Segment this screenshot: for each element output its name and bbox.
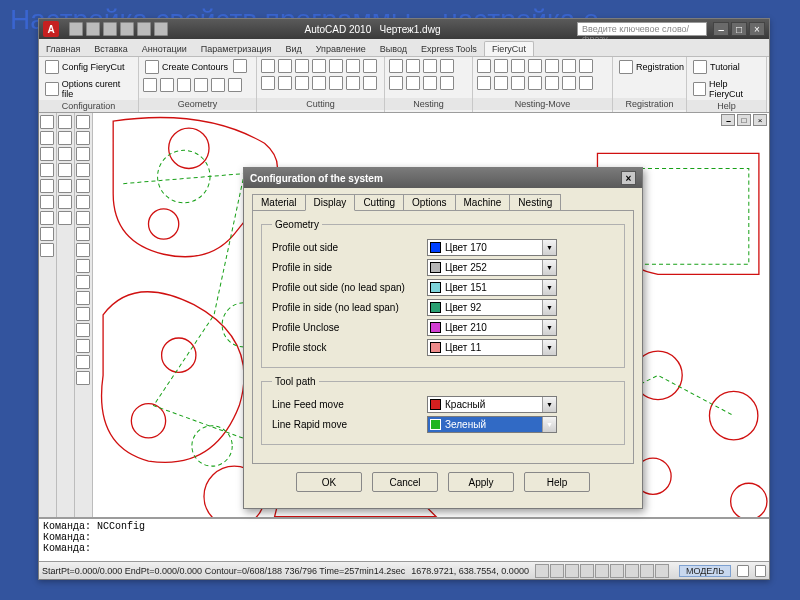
polar-icon[interactable] xyxy=(580,564,594,578)
tool-icon[interactable] xyxy=(76,131,90,145)
tab-display[interactable]: Display xyxy=(305,194,356,211)
cut-icon[interactable] xyxy=(363,59,377,73)
tool-icon[interactable] xyxy=(40,147,54,161)
tool-icon[interactable] xyxy=(76,259,90,273)
otrack-icon[interactable] xyxy=(610,564,624,578)
geom-icon[interactable] xyxy=(194,78,208,92)
tool-icon[interactable] xyxy=(58,195,72,209)
tool-icon[interactable] xyxy=(76,227,90,241)
tool-icon[interactable] xyxy=(76,147,90,161)
cancel-button[interactable]: Cancel xyxy=(372,472,438,492)
help-button[interactable]: Help xyxy=(524,472,590,492)
tab-insert[interactable]: Вставка xyxy=(87,42,134,56)
tab-express[interactable]: Express Tools xyxy=(414,42,484,56)
nest-icon[interactable] xyxy=(406,59,420,73)
tool-icon[interactable] xyxy=(58,131,72,145)
tab-parametric[interactable]: Параметризация xyxy=(194,42,279,56)
cut-icon[interactable] xyxy=(261,76,275,90)
cut-icon[interactable] xyxy=(295,76,309,90)
cut-icon[interactable] xyxy=(346,76,360,90)
move-icon[interactable] xyxy=(494,76,508,90)
color-combo[interactable]: Цвет 151▼ xyxy=(427,279,557,296)
dyn-icon[interactable] xyxy=(625,564,639,578)
tool-icon[interactable] xyxy=(76,243,90,257)
nest-icon[interactable] xyxy=(406,76,420,90)
tab-home[interactable]: Главная xyxy=(39,42,87,56)
qat-save-icon[interactable] xyxy=(103,22,117,36)
tutorial-button[interactable]: Tutorial xyxy=(691,59,742,75)
tool-icon[interactable] xyxy=(76,163,90,177)
tab-output[interactable]: Вывод xyxy=(373,42,414,56)
help-fierycut-button[interactable]: Help FieryCut xyxy=(691,78,762,100)
tab-nesting[interactable]: Nesting xyxy=(509,194,561,211)
tool-icon[interactable] xyxy=(40,227,54,241)
qat-redo-icon[interactable] xyxy=(137,22,151,36)
cut-icon[interactable] xyxy=(312,76,326,90)
qat-print-icon[interactable] xyxy=(154,22,168,36)
tool-icon[interactable] xyxy=(40,163,54,177)
tool-icon[interactable] xyxy=(76,195,90,209)
tool-icon[interactable] xyxy=(76,275,90,289)
nest-icon[interactable] xyxy=(423,76,437,90)
lwt-icon[interactable] xyxy=(640,564,654,578)
chevron-down-icon[interactable]: ▼ xyxy=(542,397,556,412)
nest-icon[interactable] xyxy=(440,59,454,73)
qp-icon[interactable] xyxy=(655,564,669,578)
chevron-down-icon[interactable]: ▼ xyxy=(542,320,556,335)
tab-manage[interactable]: Управление xyxy=(309,42,373,56)
maximize-icon[interactable]: □ xyxy=(731,22,747,36)
tool-icon[interactable] xyxy=(40,115,54,129)
mdi-min-icon[interactable]: ‒ xyxy=(721,114,735,126)
nest-icon[interactable] xyxy=(389,76,403,90)
cut-icon[interactable] xyxy=(261,59,275,73)
tool-icon[interactable] xyxy=(76,339,90,353)
tool-icon[interactable] xyxy=(40,211,54,225)
cut-icon[interactable] xyxy=(278,76,292,90)
tool-icon[interactable] xyxy=(58,163,72,177)
cut-icon[interactable] xyxy=(346,59,360,73)
cut-icon[interactable] xyxy=(278,59,292,73)
tool-icon[interactable] xyxy=(76,355,90,369)
app-logo[interactable]: A xyxy=(43,21,59,37)
status-ext-icon[interactable] xyxy=(755,565,766,577)
tool-icon[interactable] xyxy=(40,179,54,193)
tool-icon[interactable] xyxy=(76,179,90,193)
move-icon[interactable] xyxy=(477,59,491,73)
cut-icon[interactable] xyxy=(329,76,343,90)
model-button[interactable]: МОДЕЛЬ xyxy=(679,565,731,577)
tab-options[interactable]: Options xyxy=(403,194,455,211)
help-search-input[interactable]: Введите ключевое слово/фразу xyxy=(577,22,707,36)
registration-button[interactable]: Registration xyxy=(617,59,686,75)
color-combo[interactable]: Цвет 92▼ xyxy=(427,299,557,316)
chevron-down-icon[interactable]: ▼ xyxy=(542,300,556,315)
minimize-icon[interactable]: ‒ xyxy=(713,22,729,36)
nest-icon[interactable] xyxy=(389,59,403,73)
osnap-icon[interactable] xyxy=(595,564,609,578)
chevron-down-icon[interactable]: ▼ xyxy=(542,260,556,275)
ortho-icon[interactable] xyxy=(565,564,579,578)
move-icon[interactable] xyxy=(511,59,525,73)
color-combo[interactable]: Цвет 11▼ xyxy=(427,339,557,356)
cut-icon[interactable] xyxy=(312,59,326,73)
mdi-max-icon[interactable]: □ xyxy=(737,114,751,126)
tool-icon[interactable] xyxy=(76,115,90,129)
qat-open-icon[interactable] xyxy=(86,22,100,36)
geom-icon[interactable] xyxy=(177,78,191,92)
dialog-close-icon[interactable]: × xyxy=(621,171,636,185)
cut-icon[interactable] xyxy=(329,59,343,73)
geom-icon[interactable] xyxy=(228,78,242,92)
cut-icon[interactable] xyxy=(363,76,377,90)
tool-icon[interactable] xyxy=(58,179,72,193)
command-line[interactable]: Команда: NCConfig Команда: Команда: xyxy=(39,517,769,561)
color-combo[interactable]: Цвет 170▼ xyxy=(427,239,557,256)
tool-icon[interactable] xyxy=(76,211,90,225)
tool-icon[interactable] xyxy=(58,115,72,129)
tool-icon[interactable] xyxy=(76,323,90,337)
move-icon[interactable] xyxy=(562,59,576,73)
snap-icon[interactable] xyxy=(535,564,549,578)
close-icon[interactable]: × xyxy=(749,22,765,36)
move-icon[interactable] xyxy=(545,59,559,73)
chevron-down-icon[interactable]: ▼ xyxy=(542,417,556,432)
tool-icon[interactable] xyxy=(40,195,54,209)
tab-view[interactable]: Вид xyxy=(278,42,308,56)
